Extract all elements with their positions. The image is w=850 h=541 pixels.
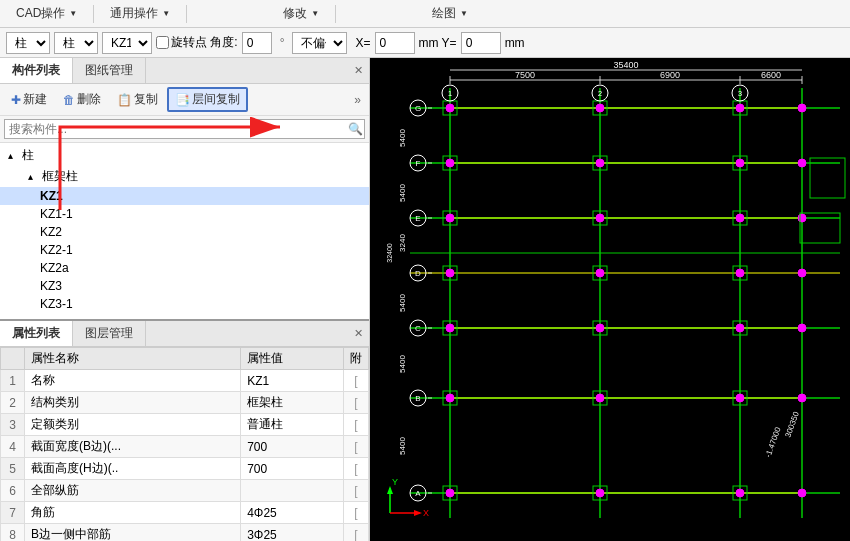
svg-text:5400: 5400 [398, 184, 407, 202]
tab-component-list[interactable]: 构件列表 [0, 58, 73, 83]
component-panel-close[interactable]: ✕ [348, 62, 369, 79]
tree-node-kz3[interactable]: KZ3 [0, 277, 369, 295]
tab-layer-manage[interactable]: 图层管理 [73, 321, 146, 346]
col-header-num [1, 348, 25, 370]
svg-text:5400: 5400 [398, 355, 407, 373]
attr-value[interactable]: 4Φ25 [241, 502, 344, 524]
tree-node-column[interactable]: ▴ 柱 [0, 145, 369, 166]
tab-attrs-list[interactable]: 属性列表 [0, 321, 73, 346]
props-table-wrap: 属性名称 属性值 附 1 名称 KZ1 [ 2 结构类别 框架柱 [ 3 定额类… [0, 347, 369, 541]
svg-point-36 [596, 324, 604, 332]
main-layout: 构件列表 图纸管理 ✕ ✚ 新建 🗑 删除 📋 复制 [0, 58, 850, 541]
tree-node-kz1[interactable]: KZ1 [0, 187, 369, 205]
component-select[interactable]: 柱 [54, 32, 98, 54]
attr-value[interactable]: 框架柱 [241, 392, 344, 414]
left-panel: 构件列表 图纸管理 ✕ ✚ 新建 🗑 删除 📋 复制 [0, 58, 370, 541]
cad-canvas: 7500 6900 6600 35400 1 2 3 G F E [370, 58, 850, 541]
tree-node-kz2-1[interactable]: KZ2-1 [0, 241, 369, 259]
svg-text:Y: Y [392, 477, 398, 487]
draw-menu[interactable]: 绘图 ▼ [424, 3, 476, 24]
draw-arrow: ▼ [460, 9, 468, 18]
svg-point-41 [736, 394, 744, 402]
delete-btn[interactable]: 🗑 删除 [56, 88, 108, 111]
component-panel-tabs: 构件列表 图纸管理 ✕ [0, 58, 369, 84]
tree-node-kz3-1[interactable]: KZ3-1 [0, 295, 369, 313]
svg-text:E: E [415, 214, 420, 223]
rotate-checkbox-label: 旋转点 角度: [156, 34, 238, 51]
svg-text:6600: 6600 [761, 70, 781, 80]
row-number: 2 [1, 392, 25, 414]
attr-value[interactable]: KZ1 [241, 370, 344, 392]
row-number: 6 [1, 480, 25, 502]
separator-3 [335, 5, 336, 23]
copy-icon: 📋 [117, 93, 132, 107]
y-input[interactable] [461, 32, 501, 54]
rotate-checkbox[interactable] [156, 36, 169, 49]
new-btn[interactable]: ✚ 新建 [4, 88, 54, 111]
attr-value[interactable]: 700 [241, 458, 344, 480]
attr-name: 角筋 [25, 502, 241, 524]
attr-value[interactable]: 700 [241, 436, 344, 458]
tree-arrow-frame-column: ▴ [28, 171, 40, 182]
layer-copy-btn[interactable]: 📑 层间复制 [167, 87, 248, 112]
svg-rect-0 [370, 58, 850, 541]
svg-text:35400: 35400 [613, 60, 638, 70]
table-row: 6 全部纵筋 [ [1, 480, 369, 502]
row-number: 3 [1, 414, 25, 436]
svg-text:D: D [415, 269, 421, 278]
svg-text:32400: 32400 [386, 243, 393, 263]
delete-icon: 🗑 [63, 93, 75, 107]
svg-text:G: G [415, 104, 421, 113]
tree-node-kz2a[interactable]: KZ2a [0, 259, 369, 277]
svg-point-24 [596, 159, 604, 167]
modify-menu[interactable]: 修改 ▼ [275, 3, 327, 24]
tree-node-kz1-1[interactable]: KZ1-1 [0, 205, 369, 223]
svg-point-39 [446, 394, 454, 402]
svg-text:1: 1 [448, 89, 453, 98]
svg-point-45 [736, 489, 744, 497]
attr-extra: [ [344, 370, 369, 392]
tree-node-frame-column[interactable]: ▴ 框架柱 [0, 166, 369, 187]
svg-point-22 [798, 104, 806, 112]
attr-name: B边一侧中部筋 [25, 524, 241, 542]
svg-text:B: B [415, 394, 420, 403]
row-number: 7 [1, 502, 25, 524]
attr-value[interactable] [241, 480, 344, 502]
more-btn[interactable]: » [350, 93, 365, 107]
attr-extra: [ [344, 502, 369, 524]
table-row: 7 角筋 4Φ25 [ [1, 502, 369, 524]
attr-extra: [ [344, 458, 369, 480]
copy-btn[interactable]: 📋 复制 [110, 88, 165, 111]
svg-point-43 [446, 489, 454, 497]
attr-extra: [ [344, 524, 369, 542]
svg-point-29 [736, 214, 744, 222]
svg-point-32 [596, 269, 604, 277]
attr-value[interactable]: 普通柱 [241, 414, 344, 436]
search-button[interactable]: 🔍 [348, 122, 363, 136]
tree-node-kz2[interactable]: KZ2 [0, 223, 369, 241]
mode-select[interactable]: 不偏修 [292, 32, 347, 54]
search-input[interactable] [4, 119, 365, 139]
table-row: 2 结构类别 框架柱 [ [1, 392, 369, 414]
svg-point-23 [446, 159, 454, 167]
type-select[interactable]: 柱 [6, 32, 50, 54]
properties-panel: 属性列表 图层管理 ✕ 属性名称 属性值 附 [0, 321, 369, 541]
tab-drawing-manage[interactable]: 图纸管理 [73, 58, 146, 83]
props-table: 属性名称 属性值 附 1 名称 KZ1 [ 2 结构类别 框架柱 [ 3 定额类… [0, 347, 369, 541]
svg-point-44 [596, 489, 604, 497]
attr-name: 截面高度(H边)(.. [25, 458, 241, 480]
svg-text:3240: 3240 [398, 234, 407, 252]
svg-point-34 [798, 269, 806, 277]
general-ops-menu[interactable]: 通用操作 ▼ [102, 3, 178, 24]
svg-point-46 [798, 489, 806, 497]
svg-point-27 [446, 214, 454, 222]
attr-value[interactable]: 3Φ25 [241, 524, 344, 542]
rotate-angle-input[interactable] [242, 32, 272, 54]
properties-panel-close[interactable]: ✕ [348, 325, 369, 342]
svg-text:6900: 6900 [660, 70, 680, 80]
col-header-extra: 附 [344, 348, 369, 370]
x-input[interactable] [375, 32, 415, 54]
cad-ops-menu[interactable]: CAD操作 ▼ [8, 3, 85, 24]
row-number: 5 [1, 458, 25, 480]
name-select[interactable]: KZ1 [102, 32, 152, 54]
